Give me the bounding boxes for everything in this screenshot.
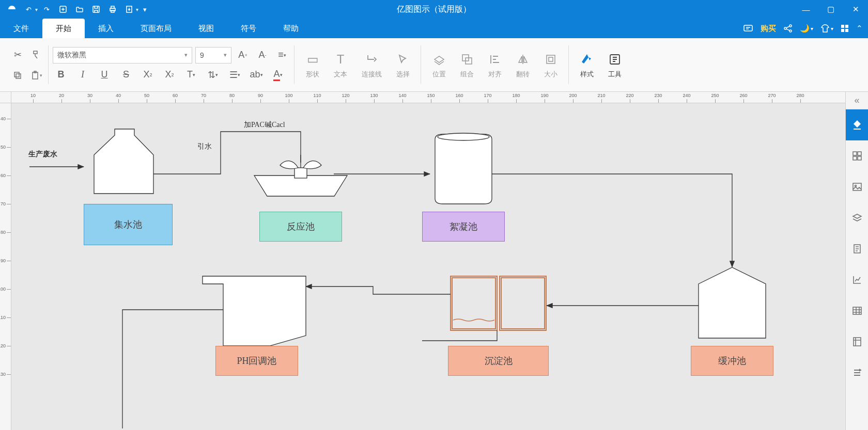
svg-rect-24 (295, 168, 307, 178)
redo-button[interactable]: ↷ (39, 2, 54, 17)
format-painter-button[interactable] (28, 46, 44, 63)
svg-rect-36 (853, 183, 861, 190)
bold-button[interactable]: B (53, 67, 69, 83)
tab-insert[interactable]: 插入 (85, 19, 127, 38)
print-button[interactable] (105, 2, 120, 17)
save-button[interactable] (88, 2, 104, 17)
box-pool2[interactable]: 反应池 (259, 212, 342, 242)
panel-history-icon[interactable] (846, 326, 869, 357)
apps-icon[interactable] (841, 24, 849, 33)
box-pool3[interactable]: 絮凝池 (422, 212, 505, 242)
buy-button[interactable]: 购买 (761, 24, 776, 34)
text-tool-button[interactable]: T文本 (327, 38, 354, 91)
vertical-ruler[interactable]: 405060708090100110120130 (0, 103, 11, 430)
flip-button[interactable]: 翻转 (509, 38, 537, 91)
close-button[interactable]: ✕ (843, 0, 868, 19)
minimize-button[interactable]: — (794, 0, 818, 19)
panel-image-icon[interactable] (846, 171, 869, 202)
select-tool-button[interactable]: 选择 (389, 38, 417, 91)
shape-tool-button[interactable]: ▭形状 (299, 38, 327, 91)
grow-font-button[interactable]: A+ (235, 47, 251, 63)
canvas[interactable]: 生产废水 引水 加PAC碱Cacl 集水池 反应池 絮凝池 PH回调池 沉淀池 … (11, 103, 845, 430)
box-pool4[interactable]: PH回调池 (215, 346, 298, 376)
export-dropdown-icon[interactable]: ▾ (136, 7, 138, 12)
cut-button[interactable]: ✂ (9, 46, 26, 63)
svg-rect-15 (16, 74, 21, 78)
share-icon[interactable] (783, 24, 793, 33)
panel-chart-icon[interactable] (846, 264, 869, 295)
svg-rect-32 (853, 152, 857, 155)
tab-file[interactable]: 文件 (0, 19, 42, 38)
italic-button[interactable]: I (74, 67, 91, 83)
ribbon-arrange-group: 位置 组合 对齐 翻转 大小 (421, 38, 569, 91)
window-controls: — ▢ ✕ (794, 0, 868, 19)
strike-button[interactable]: S (118, 67, 134, 83)
app-logo-icon[interactable] (4, 2, 20, 17)
font-color-button[interactable]: A▾ (270, 67, 286, 83)
theme-icon[interactable]: 🌙▾ (800, 24, 813, 33)
message-icon[interactable] (743, 23, 753, 34)
ribbon-clipboard-group: ✂ ▾ (5, 38, 49, 91)
menubar-right: 购买 🌙▾ ▾ ⌃ (743, 19, 863, 38)
paste-button[interactable]: ▾ (28, 67, 44, 84)
svg-point-7 (784, 27, 786, 29)
group-button[interactable]: 组合 (453, 38, 481, 91)
tab-view[interactable]: 视图 (185, 19, 227, 38)
font-family-combo[interactable]: 微软雅黑 (53, 47, 192, 63)
copy-button[interactable] (9, 67, 26, 84)
svg-rect-35 (858, 156, 861, 160)
collapse-ribbon-icon[interactable]: ⌃ (856, 24, 863, 33)
open-button[interactable] (72, 2, 87, 17)
panel-fill-icon[interactable] (846, 109, 869, 140)
font-size-combo[interactable]: 9 (195, 47, 231, 63)
maximize-button[interactable]: ▢ (818, 0, 843, 19)
label-pac[interactable]: 加PAC碱Cacl (244, 120, 285, 130)
ribbon-style-group: 样式 工具 (569, 38, 633, 91)
svg-rect-1 (93, 6, 99, 12)
horizontal-ruler[interactable]: 1020304050607080901001101201301401501601… (11, 92, 845, 103)
panel-layout-icon[interactable] (846, 140, 869, 171)
undo-button[interactable]: ↶ (21, 2, 36, 17)
box-pool1[interactable]: 集水池 (84, 204, 173, 245)
style-button[interactable]: 样式 (573, 38, 601, 91)
shrink-font-button[interactable]: A- (254, 47, 271, 63)
tab-help[interactable]: 帮助 (270, 19, 312, 38)
align-button-big[interactable]: 对齐 (481, 38, 509, 91)
svg-rect-40 (854, 338, 861, 346)
new-button[interactable] (55, 2, 71, 17)
svg-rect-34 (853, 156, 857, 160)
export-button[interactable] (121, 2, 137, 17)
svg-rect-21 (549, 57, 553, 61)
box-pool6[interactable]: 缓冲池 (691, 346, 773, 376)
bullet-list-button[interactable]: ☰▾ (226, 67, 243, 83)
ruler-corner (0, 92, 11, 103)
panel-more-icon[interactable] (846, 357, 869, 388)
size-button[interactable]: 大小 (537, 38, 565, 91)
tab-page-layout[interactable]: 页面布局 (127, 19, 185, 38)
tshirt-icon[interactable]: ▾ (820, 24, 833, 33)
svg-rect-28 (451, 276, 497, 330)
box-pool5[interactable]: 沉淀池 (448, 346, 549, 376)
undo-dropdown-icon[interactable]: ▾ (35, 7, 38, 12)
subscript-button[interactable]: X2 (161, 67, 178, 83)
line-spacing-button[interactable]: ⇅▾ (205, 67, 221, 83)
qat-customize-icon[interactable]: ▾ (140, 2, 150, 17)
text-highlight-button[interactable]: T▾ (183, 67, 199, 83)
svg-rect-6 (744, 25, 752, 31)
panel-page-icon[interactable] (846, 233, 869, 264)
panel-layers-icon[interactable] (846, 202, 869, 233)
label-flow-in[interactable]: 生产废水 (28, 150, 57, 159)
connector-tool-button[interactable]: 连接线 (354, 38, 389, 91)
tab-home[interactable]: 开始 (42, 19, 85, 38)
text-direction-button[interactable]: ab▾ (248, 67, 265, 83)
align-button[interactable]: ≡▾ (274, 47, 290, 63)
panel-collapse-icon[interactable]: « (846, 92, 868, 109)
label-yinshui[interactable]: 引水 (197, 142, 212, 151)
svg-rect-3 (111, 6, 114, 8)
panel-table-icon[interactable] (846, 295, 869, 326)
superscript-button[interactable]: X2 (140, 67, 156, 83)
position-button[interactable]: 位置 (425, 38, 453, 91)
tool-button[interactable]: 工具 (601, 38, 629, 91)
tab-symbol[interactable]: 符号 (227, 19, 270, 38)
underline-button[interactable]: U (96, 67, 113, 83)
